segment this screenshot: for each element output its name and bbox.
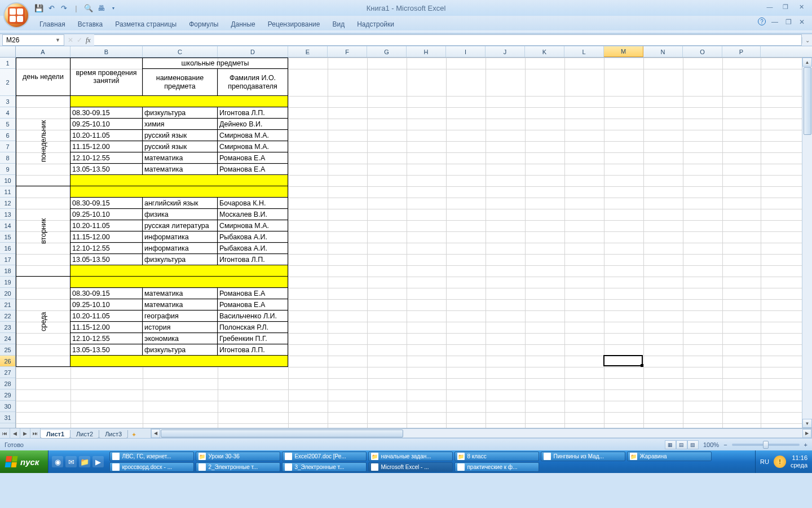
col-header-J[interactable]: J — [486, 46, 525, 57]
sheet-last-icon[interactable]: ⏭ — [30, 428, 41, 439]
cell-teacher[interactable]: Дейнеко В.И. — [218, 119, 288, 130]
qat-dropdown-icon[interactable]: ▾ — [108, 3, 118, 13]
cell-teacher[interactable]: Романова Е.А — [218, 299, 288, 310]
taskbar-task-11[interactable]: Wпрактические к ф... — [454, 462, 539, 472]
cell-teacher[interactable]: Гребенкин П.Г. — [218, 333, 288, 344]
row-header-10[interactable]: 10 — [0, 175, 15, 186]
row-header-15[interactable]: 15 — [0, 231, 15, 243]
cell-subject[interactable]: русский язык — [143, 141, 218, 152]
row-header-12[interactable]: 12 — [0, 198, 15, 209]
row-header-24[interactable]: 24 — [0, 333, 15, 344]
tray-clock[interactable]: 11:16 среда — [791, 454, 807, 469]
undo-icon[interactable]: ↶ — [46, 3, 56, 13]
zoom-value[interactable]: 100% — [703, 441, 719, 448]
cell-time[interactable]: 09.25-10.10 — [70, 209, 143, 220]
row-header-19[interactable]: 19 — [0, 277, 15, 288]
taskbar-task-2[interactable]: WExcel2007.doc [Ре... — [282, 452, 367, 461]
scroll-left-icon[interactable]: ◀ — [151, 429, 160, 438]
sheet-tab-1[interactable]: Лист1 — [40, 430, 70, 439]
ql-chrome-icon[interactable]: ◉ — [52, 456, 63, 467]
day-tue[interactable]: вторник — [16, 186, 70, 277]
ql-folder-icon[interactable]: 📁 — [79, 456, 90, 467]
row-header-8[interactable]: 8 — [0, 152, 15, 164]
cell-subject[interactable]: информатика — [143, 243, 218, 254]
quick-print-icon[interactable]: 🖶 — [96, 3, 106, 13]
tab-addins[interactable]: Надстройки — [351, 18, 400, 30]
yellow-sep[interactable] — [70, 277, 288, 288]
col-header-L[interactable]: L — [564, 46, 604, 57]
row-header-16[interactable]: 16 — [0, 243, 15, 254]
cell-subject[interactable]: математика — [143, 288, 218, 299]
header-subject-name[interactable]: наименование предмета — [143, 69, 218, 96]
row-header-7[interactable]: 7 — [0, 141, 15, 152]
col-header-F[interactable]: F — [328, 46, 367, 57]
app-restore-icon[interactable]: ❐ — [784, 17, 793, 27]
taskbar-task-9[interactable]: P3_Электронные т... — [282, 462, 367, 472]
day-wed[interactable]: среда — [16, 277, 70, 367]
select-all-corner[interactable] — [0, 46, 16, 57]
cell-time[interactable]: 13.05-13.50 — [70, 254, 143, 265]
tray-lang[interactable]: RU — [760, 458, 769, 465]
ql-mail-icon[interactable]: ✉ — [65, 456, 77, 467]
cell-subject[interactable]: русский язык — [143, 130, 218, 141]
col-header-I[interactable]: I — [446, 46, 486, 57]
cell-teacher[interactable]: Игонтова Л.П. — [218, 344, 288, 356]
enter-icon[interactable]: ✓ — [77, 36, 82, 44]
cell-time[interactable]: 09.25-10.10 — [70, 119, 143, 130]
scroll-right-icon[interactable]: ▶ — [802, 429, 811, 438]
yellow-sep[interactable] — [70, 175, 288, 186]
cell-teacher[interactable]: Рыбакова А.И. — [218, 243, 288, 254]
cell-subject[interactable]: физкультура — [143, 254, 218, 265]
cell-subject[interactable]: английский язык — [143, 198, 218, 209]
col-header-C[interactable]: C — [143, 46, 218, 57]
row-header-2[interactable]: 2 — [0, 69, 15, 96]
cell-subject[interactable]: химия — [143, 119, 218, 130]
cell-subject[interactable]: математика — [143, 152, 218, 164]
cell-teacher[interactable]: Игонтова Л.П. — [218, 107, 288, 119]
cell-subject[interactable]: математика — [143, 299, 218, 310]
app-minimize-icon[interactable]: — — [770, 17, 779, 27]
row-header-23[interactable]: 23 — [0, 322, 15, 333]
formula-input[interactable] — [94, 34, 802, 46]
col-header-B[interactable]: B — [70, 46, 143, 57]
ql-media-icon[interactable]: ▶ — [92, 456, 104, 467]
col-header-M[interactable]: M — [604, 46, 643, 57]
new-sheet-icon[interactable]: ✦ — [128, 431, 139, 439]
name-box[interactable]: M26 ▼ — [2, 34, 64, 46]
horizontal-scrollbar[interactable]: ◀ ▶ — [151, 428, 812, 438]
row-header-9[interactable]: 9 — [0, 164, 15, 175]
sheet-tab-2[interactable]: Лист2 — [70, 430, 99, 439]
col-header-E[interactable]: E — [288, 46, 328, 57]
cell-time[interactable]: 10.20-11.05 — [70, 130, 143, 141]
row-header-29[interactable]: 29 — [0, 389, 15, 401]
zoom-in-icon[interactable]: + — [804, 441, 807, 448]
cell-teacher[interactable]: Смирнова М.А. — [218, 130, 288, 141]
header-time[interactable]: время проведения занятий — [70, 58, 143, 96]
cell-time[interactable]: 08.30-09.15 — [70, 288, 143, 299]
row-header-11[interactable]: 11 — [0, 186, 15, 198]
cell-time[interactable]: 13.05-13.50 — [70, 344, 143, 356]
help-icon[interactable]: ? — [758, 17, 766, 25]
row-header-4[interactable]: 4 — [0, 107, 15, 119]
cell-subject[interactable]: информатика — [143, 231, 218, 243]
cell-teacher[interactable]: Романова Е.А — [218, 288, 288, 299]
scroll-up-icon[interactable]: ▲ — [802, 58, 812, 67]
cell-teacher[interactable]: Москалев В.И. — [218, 209, 288, 220]
cell-teacher[interactable]: Бочарова К.Н. — [218, 198, 288, 209]
tab-review[interactable]: Рецензирование — [262, 18, 326, 30]
cancel-icon[interactable]: ✕ — [68, 36, 73, 44]
taskbar-task-7[interactable]: Wкроссворд.docx - ... — [109, 462, 194, 472]
row-header-25[interactable]: 25 — [0, 344, 15, 356]
app-close-icon[interactable]: ✕ — [797, 17, 806, 27]
cell-teacher[interactable]: Полонская Р.Л. — [218, 322, 288, 333]
row-header-6[interactable]: 6 — [0, 130, 15, 141]
day-mon[interactable]: понедельник — [16, 96, 70, 186]
cell-teacher[interactable]: Игонтова Л.П. — [218, 254, 288, 265]
cell-subject[interactable]: история — [143, 322, 218, 333]
tab-insert[interactable]: Вставка — [72, 18, 109, 30]
cell-teacher[interactable]: Смирнова М.А. — [218, 220, 288, 231]
row-header-13[interactable]: 13 — [0, 209, 15, 220]
row-header-30[interactable]: 30 — [0, 401, 15, 412]
zoom-slider[interactable] — [732, 444, 800, 446]
col-header-N[interactable]: N — [643, 46, 683, 57]
